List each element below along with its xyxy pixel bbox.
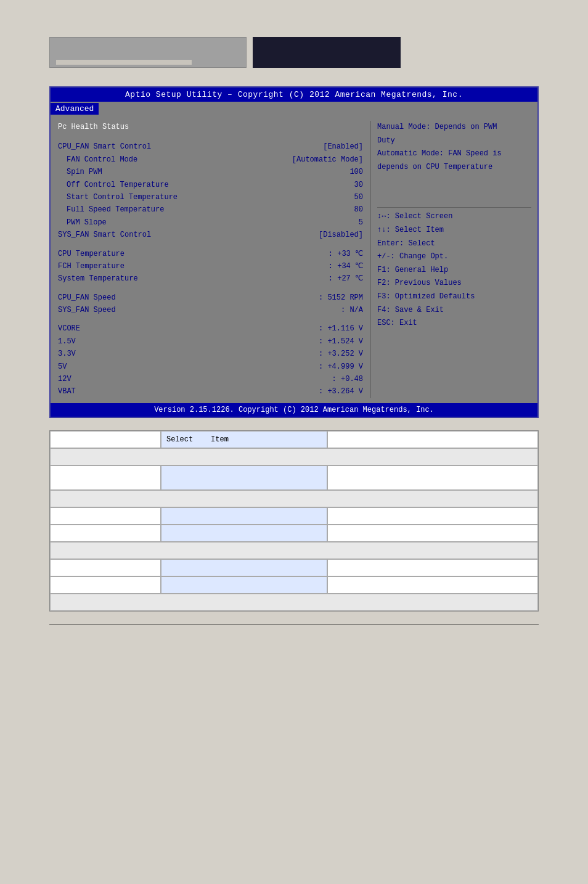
bios-val-3: 30 — [354, 179, 363, 191]
bios-menu-advanced[interactable]: Advanced — [51, 103, 99, 115]
bios-hint-3: +/-: Change Opt. — [377, 250, 531, 264]
bios-temp-key-2: System Temperature — [58, 272, 138, 285]
bios-right-panel: Manual Mode: Depends on PWM Duty Automat… — [371, 116, 537, 403]
table-cell-r4c1b — [161, 576, 327, 594]
bios-volt-key-0: VCORE — [58, 322, 80, 335]
header-left-bar — [56, 60, 192, 65]
bios-val-6: 5 — [359, 216, 363, 229]
table-cell-r3c0 — [50, 507, 161, 525]
bios-temp-val-0: : +33 ℃ — [329, 248, 363, 260]
bios-val-0: [Enabled] — [323, 141, 363, 153]
bios-footer-text: Version 2.15.1226. Copyright (C) 2012 Am… — [154, 406, 434, 414]
bios-temp-val-2: : +27 ℃ — [329, 272, 363, 285]
bios-key-7: SYS_FAN Smart Control — [58, 229, 151, 241]
bios-fan-0: CPU_FAN Speed : 5152 RPM — [58, 292, 363, 304]
bios-temp-key-1: FCH Temperature — [58, 260, 125, 272]
bios-item-3[interactable]: Off Control Temperature 30 — [58, 179, 363, 191]
footer-line — [49, 624, 539, 627]
table-cell-r4c1 — [161, 559, 327, 576]
bios-hint-1: ↑↓: Select Item — [377, 224, 531, 237]
table-row-span-2 — [50, 490, 538, 507]
bios-title-bar: Aptio Setup Utility – Copyright (C) 2012… — [51, 88, 537, 102]
bios-temp-2: System Temperature : +27 ℃ — [58, 272, 363, 285]
bios-title: Aptio Setup Utility – Copyright (C) 2012… — [125, 90, 463, 99]
bios-volt-val-4: : +0.48 — [332, 373, 363, 385]
bios-hint-5: F2: Previous Values — [377, 277, 531, 290]
item-label: Item — [211, 435, 229, 444]
bios-key-3: Off Control Temperature — [58, 179, 169, 191]
bios-val-2: 100 — [349, 166, 363, 178]
table-cell-r0c0 — [50, 431, 161, 448]
bios-fan-key-1: SYS_FAN Speed — [58, 304, 116, 316]
bios-right-info-2: Automatic Mode: FAN Speed is — [377, 147, 531, 161]
bios-hint-8: ESC: Exit — [377, 317, 531, 330]
bios-key-0: CPU_FAN Smart Control — [58, 141, 151, 153]
bios-footer: Version 2.15.1226. Copyright (C) 2012 Am… — [51, 403, 537, 417]
bios-volt-key-2: 3.3V — [58, 348, 76, 360]
table-row-span-4 — [50, 594, 538, 611]
top-header — [0, 0, 588, 80]
bios-volt-val-2: : +3.252 V — [319, 348, 363, 360]
bios-temp-0: CPU Temperature : +33 ℃ — [58, 248, 363, 260]
bios-val-4: 50 — [354, 191, 363, 203]
bios-temp-key-0: CPU Temperature — [58, 248, 125, 260]
bios-volt-1: 1.5V : +1.524 V — [58, 335, 363, 348]
table-cell-r3c1 — [161, 507, 327, 525]
table-cell-r0c1: Select Item — [161, 431, 327, 448]
bios-item-1[interactable]: FAN Control Mode [Automatic Mode] — [58, 153, 363, 166]
bios-volt-key-4: 12V — [58, 373, 71, 385]
bios-hint-2: Enter: Select — [377, 237, 531, 251]
bios-hint-7: F4: Save & Exit — [377, 304, 531, 317]
bios-item-0[interactable]: CPU_FAN Smart Control [Enabled] — [58, 141, 363, 153]
table-cell-r0c2 — [327, 431, 538, 448]
bios-right-info-0: Manual Mode: Depends on PWM — [377, 121, 531, 134]
select-label: Select — [166, 435, 193, 444]
bios-hint-6: F3: Optimized Defaults — [377, 290, 531, 304]
bios-right-info-3: depends on CPU Temperature — [377, 161, 531, 174]
bios-window: Aptio Setup Utility – Copyright (C) 2012… — [49, 86, 539, 418]
table-cell-r3c2b — [327, 525, 538, 542]
bios-volt-0: VCORE : +1.116 V — [58, 322, 363, 335]
bios-volt-key-5: VBAT — [58, 385, 76, 398]
bios-key-1: FAN Control Mode — [58, 153, 137, 166]
bios-volt-5: VBAT : +3.264 V — [58, 385, 363, 398]
table-cell-r4c0 — [50, 559, 161, 576]
table-cell-r3c2 — [327, 507, 538, 525]
bios-key-5: Full Speed Temperature — [58, 203, 164, 216]
bios-volt-val-1: : +1.524 V — [319, 335, 363, 348]
bios-fan-key-0: CPU_FAN Speed — [58, 292, 116, 304]
bios-menu-bar: Advanced — [51, 102, 537, 116]
table-cell-r2c2 — [327, 465, 538, 490]
table-row-span-3 — [50, 542, 538, 559]
bios-item-7[interactable]: SYS_FAN Smart Control [Disabled] — [58, 229, 363, 241]
table-cell-r3c0b — [50, 525, 161, 542]
bios-temp-val-1: : +34 ℃ — [329, 260, 363, 272]
bios-temp-1: FCH Temperature : +34 ℃ — [58, 260, 363, 272]
bios-volt-key-1: 1.5V — [58, 335, 76, 348]
table-cell-r3c1b — [161, 525, 327, 542]
bios-fan-val-0: : 5152 RPM — [319, 292, 363, 304]
bios-item-4[interactable]: Start Control Temperature 50 — [58, 191, 363, 203]
bios-key-6: PWM Slope — [58, 216, 107, 229]
table-row-span-1 — [50, 448, 538, 465]
bios-item-5[interactable]: Full Speed Temperature 80 — [58, 203, 363, 216]
table-cell-r4c2b — [327, 576, 538, 594]
bios-item-6[interactable]: PWM Slope 5 — [58, 216, 363, 229]
bios-volt-key-3: 5V — [58, 361, 67, 373]
bios-key-4: Start Control Temperature — [58, 191, 178, 203]
header-left-panel — [49, 37, 247, 68]
table-cell-r2c0 — [50, 465, 161, 490]
table-cell-r4c0b — [50, 576, 161, 594]
bios-right-info-1: Duty — [377, 134, 531, 148]
bios-item-2[interactable]: Spin PWM 100 — [58, 166, 363, 178]
table-grid: Select Item — [50, 431, 538, 611]
bios-volt-2: 3.3V : +3.252 V — [58, 348, 363, 360]
bios-volt-4: 12V : +0.48 — [58, 373, 363, 385]
bios-val-7: [Disabled] — [319, 229, 363, 241]
table-cell-r2c1 — [161, 465, 327, 490]
bios-section-title: Pc Health Status — [58, 121, 363, 133]
bios-volt-val-3: : +4.999 V — [319, 361, 363, 373]
bios-hint-4: F1: General Help — [377, 264, 531, 277]
bios-fan-val-1: : N/A — [341, 304, 363, 316]
bios-val-5: 80 — [354, 203, 363, 216]
